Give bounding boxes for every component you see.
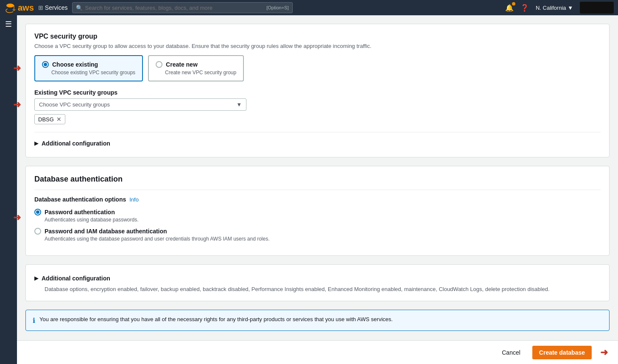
- arrow-choose-existing: ➜: [13, 63, 21, 73]
- selected-tags: DBSG ✕: [34, 111, 601, 124]
- arrow-password-auth: ➜: [13, 212, 21, 223]
- db-auth-title: Database authentication: [34, 175, 601, 190]
- vpc-options-row: ➜ Choose existing Choose existing VPC se…: [34, 55, 601, 81]
- footer: Cancel Create database ➜: [17, 340, 618, 364]
- aws-logo[interactable]: aws: [4, 2, 34, 14]
- search-icon: 🔍: [76, 5, 83, 11]
- password-auth-desc: Authenticates using database passwords.: [34, 217, 601, 223]
- option-choose-existing[interactable]: Choose existing Choose existing VPC secu…: [34, 55, 143, 81]
- password-auth-option[interactable]: Password authentication Authenticates us…: [34, 209, 601, 223]
- additional-config-card: ▶ Additional configuration Database opti…: [25, 264, 610, 301]
- sidebar-menu-icon[interactable]: ☰: [5, 20, 12, 29]
- iam-auth-option[interactable]: Password and IAM database authentication…: [34, 228, 601, 242]
- radio-existing: [42, 61, 49, 68]
- dbsg-tag: DBSG ✕: [34, 114, 65, 124]
- additional-config-header[interactable]: ▶ Additional configuration: [34, 273, 601, 283]
- info-banner: ℹ You are responsible for ensuring that …: [25, 310, 610, 331]
- create-database-button[interactable]: Create database: [532, 346, 592, 359]
- existing-groups-label: Existing VPC security groups: [34, 89, 601, 96]
- additional-config-toggle[interactable]: ▶ Additional configuration: [34, 138, 601, 148]
- db-auth-options-label: Database authentication options Info: [34, 196, 601, 203]
- dropdown-arrow-icon: ▼: [236, 101, 242, 108]
- option-existing-header: Choose existing: [42, 61, 135, 68]
- radio-iam: [34, 228, 41, 235]
- option-new-desc: Create new VPC security group: [156, 70, 236, 76]
- option-existing-desc: Choose existing VPC security groups: [42, 70, 135, 76]
- info-link[interactable]: Info: [129, 196, 139, 203]
- notifications-icon[interactable]: 🔔: [505, 4, 514, 12]
- vpc-security-desc: Choose a VPC security group to allow acc…: [34, 43, 601, 49]
- arrow-dropdown: ➜: [13, 99, 21, 110]
- services-menu[interactable]: ⊞ Services: [38, 4, 68, 11]
- remove-tag-button[interactable]: ✕: [56, 116, 62, 123]
- vpc-security-card: VPC security group Choose a VPC security…: [25, 24, 610, 157]
- password-auth-header: Password authentication: [34, 209, 601, 216]
- search-shortcut: [Option+S]: [266, 5, 288, 10]
- radio-password: [34, 209, 41, 216]
- main-content: VPC security group Choose a VPC security…: [17, 15, 618, 364]
- iam-auth-desc: Authenticates using the database passwor…: [34, 236, 601, 242]
- nav-right: 🔔 ❓ N. California ▼: [505, 2, 614, 14]
- additional-config-desc: Database options, encryption enabled, fa…: [34, 286, 601, 292]
- info-circle-icon: ℹ: [33, 316, 35, 325]
- db-auth-card: Database authentication Database authent…: [25, 166, 610, 256]
- vpc-groups-dropdown[interactable]: Choose VPC security groups ▼: [34, 98, 246, 111]
- dropdown-placeholder: Choose VPC security groups: [39, 101, 110, 108]
- search-bar[interactable]: 🔍 [Option+S]: [72, 2, 293, 13]
- services-label: Services: [45, 4, 68, 11]
- account-menu[interactable]: [580, 2, 614, 14]
- top-navigation: aws ⊞ Services 🔍 [Option+S] 🔔 ❓ N. Calif…: [0, 0, 618, 15]
- notification-badge: [512, 2, 515, 6]
- vpc-security-title: VPC security group: [34, 33, 601, 40]
- help-icon[interactable]: ❓: [520, 4, 529, 12]
- search-input[interactable]: [85, 5, 267, 11]
- info-banner-text: You are responsible for ensuring that yo…: [39, 316, 393, 322]
- cancel-button[interactable]: Cancel: [495, 346, 527, 359]
- additional-config-arrow-icon: ▶: [34, 275, 38, 281]
- region-selector[interactable]: N. California ▼: [536, 5, 573, 11]
- iam-auth-header: Password and IAM database authentication: [34, 228, 601, 235]
- collapse-arrow-icon: ▶: [34, 140, 38, 146]
- arrow-create-db: ➜: [600, 347, 608, 358]
- radio-new: [156, 61, 162, 68]
- option-create-new[interactable]: Create new Create new VPC security group: [148, 55, 244, 81]
- option-new-header: Create new: [156, 61, 236, 68]
